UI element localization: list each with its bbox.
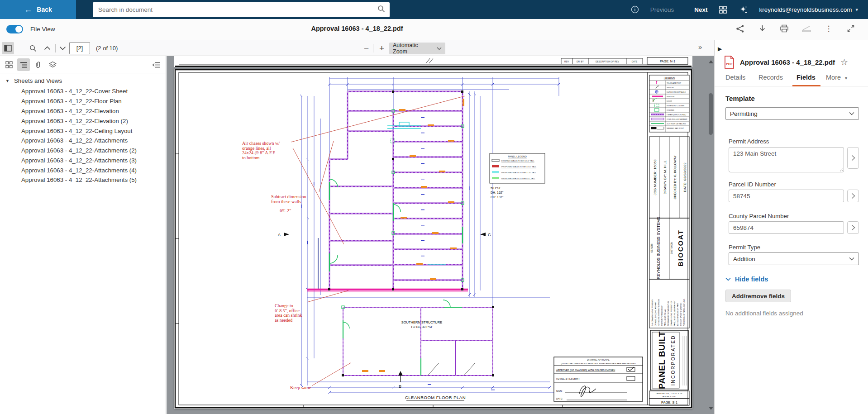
outline-icon[interactable] <box>17 58 30 71</box>
sidebar-toolbar <box>0 56 166 73</box>
svg-text:DATE: 03/28/2022: DATE: 03/28/2022 <box>683 162 687 192</box>
tree-item[interactable]: Approval 16063 - 4_12_22-Attachments (2) <box>0 146 166 156</box>
previous-button[interactable]: Previous <box>650 6 674 13</box>
svg-text:PERMISSION OF PANEL-BUILT, INC: PERMISSION OF PANEL-BUILT, INC. <box>683 299 685 326</box>
tree-item[interactable]: Approval 16063 - 4_12_22-Elevation (2) <box>0 116 166 126</box>
top-bar: ← Back Previous Next kreynolds@reynoldsb… <box>0 0 868 19</box>
share-icon[interactable] <box>734 23 745 34</box>
svg-text:PAGE: S-1: PAGE: S-1 <box>661 400 677 404</box>
scroll-up-arrow[interactable] <box>709 60 713 63</box>
zoom-select[interactable]: Automatic Zoom <box>389 43 445 54</box>
scroll-down-arrow[interactable] <box>709 407 713 410</box>
svg-text:WEBBED BAR JOIST: WEBBED BAR JOIST <box>667 127 684 129</box>
document-search <box>93 2 390 17</box>
county-parcel-input[interactable] <box>729 221 844 234</box>
find-in-document-icon[interactable] <box>27 43 38 54</box>
search-icon[interactable] <box>377 5 385 14</box>
svg-text:APPROVED (NO CHANGES) WITH COL: APPROVED (NO CHANGES) WITH COLORS CHOSEN <box>556 369 615 371</box>
tree-item[interactable]: Approval 16063 - 4_12_22-Cover Sheet <box>0 86 166 96</box>
previous-page-sliver: REV DR. BY DESCRIPTION OF REV DATE PAGE:… <box>174 56 692 67</box>
svg-text:DUPLEX RECEPTACLE: DUPLEX RECEPTACLE <box>667 91 686 93</box>
info-icon[interactable] <box>630 4 640 15</box>
thumbnails-icon[interactable] <box>3 58 15 71</box>
svg-text:REYNOLDS BUSINESS SYSTEMS: REYNOLDS BUSINESS SYSTEMS <box>656 217 661 279</box>
user-menu[interactable]: kreynolds@reynoldsbusiness.com ▾ <box>759 6 858 13</box>
sidebar-toggle-button[interactable] <box>2 42 14 54</box>
svg-text:CLEANROOM FLOOR PLAN: CLEANROOM FLOOR PLAN <box>405 395 466 400</box>
zoom-out-icon[interactable]: − <box>361 43 372 54</box>
tree-item[interactable]: Approval 16063 - 4_12_22-Attachments (3) <box>0 155 166 165</box>
download-icon[interactable] <box>757 23 768 34</box>
tab-fields[interactable]: Fields <box>796 74 816 81</box>
tree-item[interactable]: Approval 16063 - 4_12_22-Floor Plan <box>0 96 166 106</box>
next-page-icon[interactable] <box>57 43 68 54</box>
permit-type-select[interactable]: Addition <box>729 252 859 265</box>
svg-text:NOT BE USED WITHOUT EXPRESS: NOT BE USED WITHOUT EXPRESS <box>658 299 660 326</box>
field-expand-button[interactable] <box>847 147 859 169</box>
add-remove-fields-button[interactable]: Add/remove fields <box>725 290 791 302</box>
collapse-panel-icon[interactable]: ▶ <box>718 46 722 52</box>
field-expand-button[interactable] <box>847 221 859 234</box>
svg-text:LENGTH ± 1/8", + 10'-0" ± 1/4": LENGTH ± 1/8", + 10'-0" ± 1/4" <box>656 392 683 395</box>
zoom-in-icon[interactable]: + <box>376 43 387 54</box>
page-number-input[interactable] <box>69 42 90 54</box>
attachments-icon[interactable] <box>32 58 44 71</box>
svg-text:DEALER:: DEALER: <box>651 243 653 252</box>
permit-address-textarea[interactable]: 123 Main Street <box>729 147 844 172</box>
tree-item[interactable]: Approval 16063 - 4_12_22-Elevation <box>0 106 166 116</box>
svg-text:DATE:: DATE: <box>556 397 563 400</box>
svg-text:THIS DRAWING IS THE PROPERTY: THIS DRAWING IS THE PROPERTY <box>652 299 653 326</box>
air-chase-marks <box>362 99 464 372</box>
tab-details[interactable]: Details <box>725 74 745 81</box>
southern-structure-walls <box>343 307 493 376</box>
svg-text:DRAWING APPROVAL: DRAWING APPROVAL <box>587 359 610 361</box>
scrollbar-thumb[interactable] <box>709 93 713 135</box>
svg-text:JOB NUMBER: 16063: JOB NUMBER: 16063 <box>653 159 657 195</box>
svg-text:WRITTEN PERMISSION OF: WRITTEN PERMISSION OF <box>661 305 663 326</box>
more-options-icon[interactable]: ⋮ <box>823 23 834 34</box>
field-expand-button[interactable] <box>847 190 859 202</box>
apps-grid-icon[interactable] <box>717 4 728 15</box>
search-input[interactable] <box>93 6 377 13</box>
layers-icon[interactable] <box>46 58 59 71</box>
tree-item[interactable]: Approval 16063 - 4_12_22-Attachments (4) <box>0 165 166 175</box>
template-heading: Template <box>725 95 755 102</box>
scan-icon[interactable] <box>801 23 812 34</box>
ai-sparkle-icon[interactable] <box>738 4 749 15</box>
svg-text:SWITCH: SWITCH <box>667 86 674 89</box>
svg-text:TELE/DATA PREP: TELE/DATA PREP <box>667 82 681 84</box>
file-title-row: PDF Approval 16063 - 4_18_22.pdf ☆ <box>724 56 848 69</box>
tree-item[interactable]: Approval 16063 - 4_12_22-Attachments <box>0 136 166 146</box>
fullscreen-icon[interactable] <box>845 23 856 34</box>
section-markers: A C B <box>278 233 491 389</box>
current-outline-item-icon[interactable] <box>150 58 162 71</box>
next-button[interactable]: Next <box>694 6 707 13</box>
svg-text:orange lines, all: orange lines, all <box>242 146 271 151</box>
svg-text:Keep same: Keep same <box>290 385 311 390</box>
svg-text:65'-2": 65'-2" <box>280 208 291 213</box>
document-header: File View Approval 16063 - 4_18_22.pdf ⋮ <box>0 19 868 40</box>
svg-text:Subtract dimension: Subtract dimension <box>271 194 306 199</box>
hide-fields-link[interactable]: Hide fields <box>725 276 768 283</box>
hide-fields-label: Hide fields <box>735 276 768 283</box>
tree-root-sheets-and-views[interactable]: ▼ Sheets and Views <box>0 76 166 86</box>
favorite-star-icon[interactable]: ☆ <box>840 57 848 67</box>
tree-item[interactable]: Approval 16063 - 4_12_22-Ceiling Layout <box>0 126 166 136</box>
template-select[interactable]: Permitting <box>725 107 859 120</box>
tree-item[interactable]: Approval 16063 - 4_12_22-Attachments (5) <box>0 175 166 185</box>
svg-text:REVISE & RESUBMIT: REVISE & RESUBMIT <box>556 377 580 380</box>
tab-records[interactable]: Records <box>758 74 783 81</box>
tree-root-label: Sheets and Views <box>14 77 62 84</box>
svg-text:BIOCOAT: BIOCOAT <box>677 229 684 266</box>
page-count-label: (2 of 10) <box>96 45 118 52</box>
svg-text:HOLES ± 1/16": HOLES ± 1/16" <box>663 395 676 398</box>
svg-text:PROPOSED WALLS TO BE 10'-6" TA: PROPOSED WALLS TO BE 10'-6" TALL <box>501 166 537 168</box>
field-label: County Parcel Number <box>729 213 789 219</box>
print-icon[interactable] <box>779 23 790 34</box>
parcel-id-input[interactable] <box>729 190 844 202</box>
tab-more[interactable]: More <box>826 74 841 81</box>
back-button[interactable]: ← Back <box>0 0 76 19</box>
more-tools-icon[interactable]: » <box>698 43 702 51</box>
previous-page-icon[interactable] <box>42 43 53 54</box>
field-label: Permit Address <box>729 138 769 145</box>
